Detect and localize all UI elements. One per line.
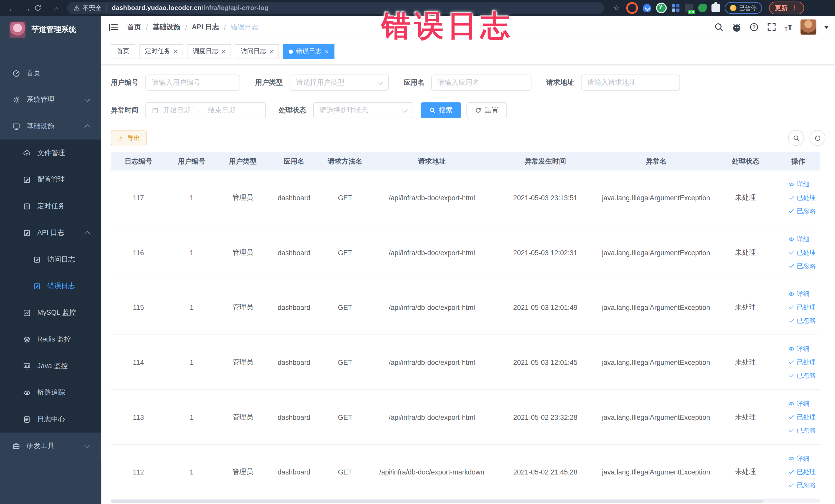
home-icon[interactable]: ⌂: [49, 3, 64, 12]
export-button[interactable]: 导出: [111, 130, 147, 145]
app-name-input[interactable]: 请输入应用名: [431, 75, 531, 90]
breadcrumb-item-1[interactable]: 首页: [127, 22, 141, 32]
sidebar-item-14[interactable]: 日志中心: [0, 406, 101, 432]
extension-icon-grid[interactable]: [672, 4, 680, 12]
extension-icon-shield[interactable]: [643, 4, 651, 12]
sidebar-item-7[interactable]: API 日志: [0, 220, 101, 246]
cell-url: /api/infra/db-doc/export-markdown: [371, 468, 493, 476]
close-tab-icon[interactable]: ×: [325, 48, 329, 55]
chevron-down-icon: [402, 106, 408, 113]
processed-link[interactable]: 已处理: [788, 358, 816, 367]
detail-link[interactable]: 详细: [788, 180, 809, 189]
chart-icon: [23, 309, 31, 317]
extension-icon-green[interactable]: [656, 3, 667, 13]
exception-time-range-picker[interactable]: 开始日期 - 结束日期: [145, 102, 266, 118]
address-bar[interactable]: 不安全 dashboard.yudao.iocoder.cn/infra/log…: [67, 2, 604, 14]
request-url-input[interactable]: 请输入请求地址: [581, 75, 680, 90]
action-label: 已处理: [797, 248, 816, 257]
cell-user_type: 管理员: [217, 412, 268, 422]
bookmark-star-icon[interactable]: ☆: [612, 4, 622, 12]
process-status-select[interactable]: 请选择处理状态: [313, 102, 413, 118]
user-type-select[interactable]: 请选择用户类型: [290, 75, 389, 90]
sidebar-item-4[interactable]: 文件管理: [0, 140, 101, 166]
processed-link[interactable]: 已处理: [788, 303, 816, 312]
extension-icon-leaf[interactable]: [698, 4, 707, 12]
sidebar-item-2[interactable]: 系统管理: [0, 86, 101, 113]
processed-link[interactable]: 已处理: [788, 467, 816, 476]
sidebar-item-5[interactable]: 配置管理: [0, 166, 101, 193]
font-size-icon[interactable]: TT: [785, 23, 792, 32]
extensions-puzzle-icon[interactable]: [712, 4, 720, 12]
reload-icon[interactable]: [34, 4, 49, 12]
check-icon: [788, 359, 794, 365]
tab-2[interactable]: 定时任务×: [139, 44, 183, 59]
breadcrumb-item-3[interactable]: API 日志: [192, 22, 219, 32]
sidebar-item-3[interactable]: 基础设施: [0, 113, 101, 140]
site-security-warning[interactable]: 不安全: [74, 3, 102, 12]
sidebar-item-8[interactable]: 访问日志: [0, 246, 101, 273]
refresh-table-button[interactable]: [809, 130, 825, 146]
hide-search-button[interactable]: [788, 130, 804, 146]
sidebar-item-label: 文件管理: [37, 148, 65, 158]
sidebar-item-12[interactable]: Java 监控: [0, 352, 101, 379]
extension-icon-on-badge[interactable]: [685, 4, 693, 12]
sidebar-item-9[interactable]: 错误日志: [0, 273, 101, 299]
browser-update-button[interactable]: 更新 ⋮: [769, 2, 804, 14]
search-button[interactable]: 搜索: [421, 102, 461, 118]
app-logo-row[interactable]: 芋道管理系统: [0, 16, 101, 44]
collapse-sidebar-icon[interactable]: [108, 23, 118, 31]
user-menu-caret-icon[interactable]: [824, 26, 829, 28]
ignored-link[interactable]: 已忽略: [788, 371, 816, 380]
download-icon: [118, 135, 124, 141]
extension-icon-ring[interactable]: [626, 2, 638, 14]
chevron-up-icon: [84, 124, 90, 130]
sidebar-item-10[interactable]: MySQL 监控: [0, 299, 101, 326]
tab-1[interactable]: 首页: [111, 44, 135, 59]
detail-link[interactable]: 详细: [788, 235, 809, 244]
ignored-link[interactable]: 已忽略: [788, 206, 816, 216]
sidebar-item-15[interactable]: 研发工具: [0, 432, 101, 459]
tab-4[interactable]: 访问日志×: [235, 44, 279, 59]
processed-link[interactable]: 已处理: [788, 412, 816, 422]
breadcrumb-item-2[interactable]: 基础设施: [153, 22, 180, 32]
detail-link[interactable]: 详细: [788, 454, 809, 463]
gauge-icon: [12, 69, 20, 77]
cell-actions: 详细已处理已忽略: [776, 235, 820, 270]
cell-app: dashboard: [268, 413, 320, 421]
browser-menu-icon[interactable]: ⋮: [791, 4, 798, 12]
processed-link[interactable]: 已处理: [788, 193, 816, 202]
url-divider: [106, 5, 107, 12]
tab-5[interactable]: 错误日志×: [283, 44, 334, 59]
help-icon[interactable]: ?: [750, 22, 759, 32]
close-tab-icon[interactable]: ×: [269, 48, 273, 55]
sidebar-item-label: 日志中心: [37, 415, 65, 424]
reset-button[interactable]: 重置: [466, 102, 507, 118]
horizontal-scrollbar[interactable]: [111, 500, 820, 503]
forward-icon[interactable]: →: [19, 3, 34, 12]
sidebar-item-1[interactable]: 首页: [0, 60, 101, 86]
sidebar-item-6[interactable]: 定时任务: [0, 193, 101, 220]
github-icon[interactable]: [732, 22, 741, 32]
detail-link[interactable]: 详细: [788, 344, 809, 353]
tab-3[interactable]: 调度日志×: [187, 44, 231, 59]
sidebar-item-13[interactable]: 链路追踪: [0, 379, 101, 406]
close-tab-icon[interactable]: ×: [222, 48, 225, 55]
breadcrumb-item-4[interactable]: 错误日志: [231, 22, 259, 32]
user-avatar[interactable]: [800, 19, 816, 35]
ignored-link[interactable]: 已忽略: [788, 481, 816, 490]
detail-link[interactable]: 详细: [788, 289, 809, 299]
search-icon: [429, 107, 435, 114]
user-id-input[interactable]: 请输入用户编号: [145, 75, 240, 90]
detail-link[interactable]: 详细: [788, 399, 809, 408]
ignored-link[interactable]: 已忽略: [788, 261, 816, 270]
processed-link[interactable]: 已处理: [788, 248, 816, 257]
column-header-5: 请求方法名: [320, 156, 371, 166]
back-icon[interactable]: ←: [4, 3, 19, 12]
ignored-link[interactable]: 已忽略: [788, 316, 816, 325]
fullscreen-icon[interactable]: [767, 22, 776, 32]
search-icon[interactable]: [714, 22, 724, 32]
ignored-link[interactable]: 已忽略: [788, 426, 816, 435]
close-tab-icon[interactable]: ×: [174, 48, 177, 55]
sidebar-item-11[interactable]: Redis 监控: [0, 326, 101, 353]
profile-paused-chip[interactable]: 已暂停: [725, 2, 762, 14]
